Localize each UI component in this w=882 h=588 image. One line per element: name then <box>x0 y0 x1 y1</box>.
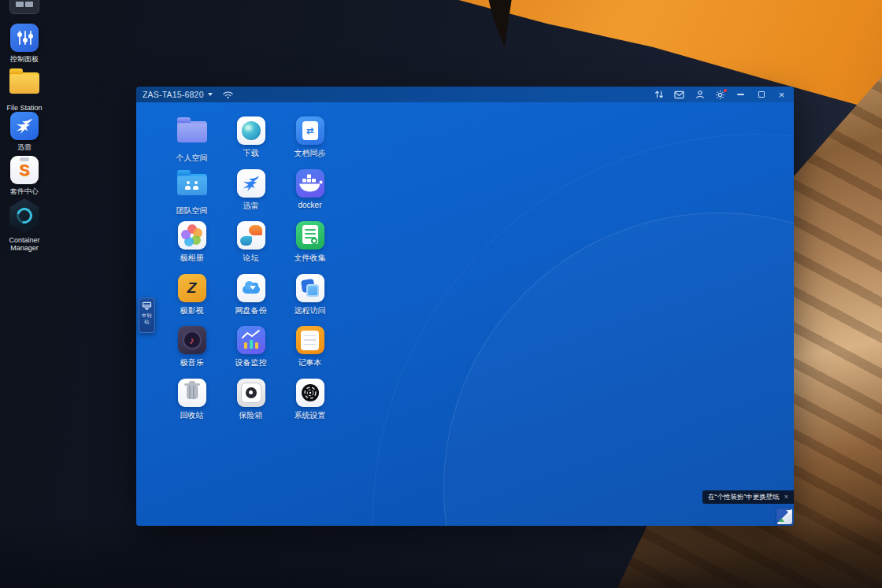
desktop-screen: 控制面板 File Station 迅雷 S 套件中心 Container Ma… <box>0 0 882 588</box>
photo-flower-icon <box>178 221 206 250</box>
app-remote-access[interactable]: 远程访问 <box>280 274 339 327</box>
notification-badge <box>723 88 728 93</box>
device-monitor-chart-icon <box>237 326 265 354</box>
xunlei-bird-icon <box>237 169 265 198</box>
app-label: 记事本 <box>280 357 339 368</box>
shortcut-label: 套件中心 <box>2 187 47 195</box>
app-label: 系统设置 <box>280 410 339 421</box>
app-team-space[interactable]: 团队空间 <box>162 169 221 222</box>
folder-icon <box>9 72 39 94</box>
slider-track <box>24 31 26 45</box>
wallpaper-bottom-shadow <box>0 517 882 588</box>
shortcut-control-panel[interactable]: 控制面板 <box>2 24 47 63</box>
app-download[interactable]: 下载 <box>221 116 280 169</box>
shortcut-label: 控制面板 <box>2 55 47 63</box>
shortcut-partial-tile[interactable] <box>9 0 39 14</box>
toast-close-icon[interactable]: × <box>784 494 788 501</box>
download-globe-icon <box>237 116 265 145</box>
user-icon[interactable] <box>694 89 706 101</box>
app-label: 论坛 <box>221 253 280 264</box>
wifi-status-icon[interactable] <box>222 89 234 101</box>
package-center-glyph: S <box>19 161 29 179</box>
transfer-station-tab[interactable]: 中转站 <box>139 298 155 333</box>
people-glyph <box>162 181 221 190</box>
app-label: 迅雷 <box>221 201 280 212</box>
app-label: 网盘备份 <box>221 305 280 316</box>
wallpaper-switch-button[interactable] <box>776 508 792 524</box>
host-selector[interactable]: ZAS-TA15-6820 <box>143 90 213 99</box>
app-forum[interactable]: 论坛 <box>221 221 280 274</box>
app-label: docker <box>280 201 339 209</box>
music-disc-icon: ♪ <box>178 326 206 354</box>
app-xunlei[interactable]: 迅雷 <box>221 169 280 222</box>
file-collection-icon <box>296 221 324 250</box>
recycle-bin-icon <box>178 379 206 407</box>
chevron-down-icon <box>208 93 213 96</box>
app-cloud-backup[interactable]: 网盘备份 <box>221 274 280 327</box>
sort-icon[interactable] <box>653 89 665 101</box>
nas-window: ZAS-TA15-6820 <box>136 87 794 526</box>
slider-track <box>19 31 20 45</box>
doc-sync-icon: ⇄ <box>296 116 324 145</box>
decorative-arc <box>443 213 794 526</box>
shortcut-container-manager[interactable]: Container Manager <box>2 198 47 253</box>
app-label: 保险箱 <box>221 410 280 421</box>
xunlei-bird-icon <box>10 112 39 140</box>
personal-folder-icon <box>177 121 207 142</box>
app-docker[interactable]: docker <box>280 169 339 222</box>
close-button[interactable]: × <box>776 89 788 101</box>
shortcut-label: Container Manager <box>2 236 47 253</box>
app-label: 极音乐 <box>162 357 221 368</box>
clipboard-clip <box>20 157 29 161</box>
control-panel-icon <box>10 24 39 52</box>
movies-icon: Z <box>178 274 206 302</box>
app-device-monitor[interactable]: 设备监控 <box>221 326 280 379</box>
app-label: 极影视 <box>162 305 221 316</box>
docker-whale-icon <box>296 169 324 198</box>
system-settings-icon <box>296 379 324 407</box>
shortcut-label: File Station <box>2 104 47 112</box>
app-label: 个人空间 <box>162 153 221 164</box>
shortcut-file-station[interactable]: File Station <box>2 68 47 112</box>
shortcut-xunlei[interactable]: 迅雷 <box>2 112 47 151</box>
settings-button[interactable] <box>714 89 726 101</box>
shortcut-package-center[interactable]: S 套件中心 <box>2 156 47 195</box>
app-label: 远程访问 <box>280 305 339 316</box>
app-movies[interactable]: Z 极影视 <box>162 274 221 327</box>
app-recycle-bin[interactable]: 回收站 <box>162 379 221 431</box>
transfer-station-label: 中转站 <box>141 312 153 326</box>
notepad-icon <box>296 326 324 354</box>
window-body: 个人空间 下载 ⇄ 文档同步 团 <box>136 102 794 526</box>
maximize-button[interactable] <box>755 89 767 101</box>
app-label: 文档同步 <box>280 148 339 159</box>
app-system-settings[interactable]: 系统设置 <box>280 379 339 431</box>
app-label: 团队空间 <box>162 205 221 216</box>
mail-icon[interactable] <box>673 89 685 101</box>
app-file-collection[interactable]: 文件收集 <box>280 221 339 274</box>
slider-track <box>30 31 32 45</box>
hex-ring <box>13 205 35 226</box>
container-manager-icon <box>8 198 41 233</box>
toast-text: 在“个性装扮”中更换壁纸 <box>708 493 780 502</box>
window-title: ZAS-TA15-6820 <box>143 90 204 99</box>
minimize-button[interactable] <box>735 89 747 101</box>
remote-access-icon <box>296 274 324 302</box>
app-grid: 个人空间 下载 ⇄ 文档同步 团 <box>162 116 339 431</box>
app-label: 下载 <box>221 148 280 159</box>
grid-glyph <box>16 2 24 7</box>
app-safe-box[interactable]: 保险箱 <box>221 379 280 431</box>
transfer-station-icon <box>142 301 152 310</box>
app-label: 设备监控 <box>221 357 280 368</box>
cloud-backup-icon <box>237 274 265 302</box>
wallpaper-hint-toast: 在“个性装扮”中更换壁纸 × <box>702 490 794 504</box>
app-photo-album[interactable]: 极相册 <box>162 221 221 274</box>
app-doc-sync[interactable]: ⇄ 文档同步 <box>280 116 339 169</box>
app-label: 极相册 <box>162 253 221 264</box>
grid-glyph <box>25 2 33 7</box>
window-titlebar: ZAS-TA15-6820 <box>136 87 794 102</box>
app-personal-space[interactable]: 个人空间 <box>162 116 221 169</box>
app-music[interactable]: ♪ 极音乐 <box>162 326 221 379</box>
shortcut-label: 迅雷 <box>2 143 47 151</box>
app-notepad[interactable]: 记事本 <box>280 326 339 379</box>
package-center-icon: S <box>10 156 39 184</box>
